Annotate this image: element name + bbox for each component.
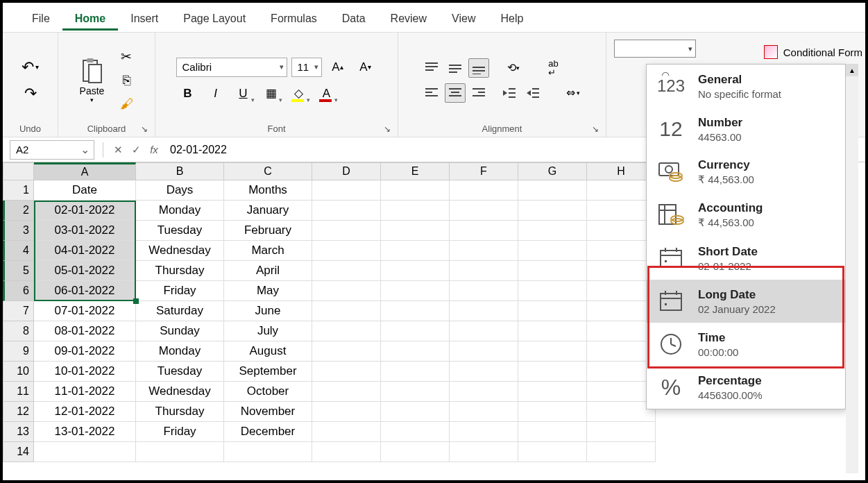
cell-C4[interactable]: March — [224, 241, 312, 261]
wrap-text-button[interactable]: ab↵ — [543, 58, 564, 78]
font-color-button[interactable]: A — [315, 83, 339, 104]
cell-B5[interactable]: Thursday — [136, 261, 224, 281]
align-middle-button[interactable] — [445, 58, 466, 78]
menu-review[interactable]: Review — [378, 7, 439, 31]
menu-page-layout[interactable]: Page Layout — [171, 7, 258, 31]
format-option-long-date[interactable]: Long Date02 January 2022 — [647, 280, 845, 323]
cell-B8[interactable]: Sunday — [136, 321, 224, 341]
row-header-2[interactable]: 2 — [3, 201, 34, 221]
column-header-G[interactable]: G — [518, 162, 587, 180]
merge-button[interactable]: ⇔▾ — [563, 83, 584, 103]
cell-E5[interactable] — [381, 261, 450, 281]
cell-F8[interactable] — [450, 321, 518, 341]
grow-font-button[interactable]: A▴ — [326, 57, 350, 78]
cell-B6[interactable]: Friday — [136, 281, 224, 301]
cell-E4[interactable] — [381, 241, 450, 261]
align-center-button[interactable] — [445, 83, 466, 103]
cell-B14[interactable] — [136, 442, 224, 462]
column-header-C[interactable]: C — [224, 162, 312, 180]
cell-B11[interactable]: Wednesday — [136, 382, 224, 402]
cancel-formula-button[interactable]: ✕ — [109, 141, 127, 159]
cell-A13[interactable]: 13-01-2022 — [34, 422, 136, 442]
cell-G12[interactable] — [518, 402, 587, 422]
row-header-10[interactable]: 10 — [3, 362, 34, 382]
cell-B12[interactable]: Thursday — [136, 402, 224, 422]
menu-view[interactable]: View — [439, 7, 488, 31]
format-option-accounting[interactable]: Accounting₹ 44,563.00 — [647, 194, 845, 237]
cell-A5[interactable]: 05-01-2022 — [34, 261, 136, 281]
cell-E11[interactable] — [381, 382, 450, 402]
column-header-E[interactable]: E — [381, 162, 450, 180]
cell-A14[interactable] — [34, 442, 136, 462]
cell-C8[interactable]: July — [224, 321, 312, 341]
cell-E7[interactable] — [381, 301, 450, 321]
accept-formula-button[interactable]: ✓ — [127, 141, 145, 159]
cell-A4[interactable]: 04-01-2022 — [34, 241, 136, 261]
cell-B9[interactable]: Monday — [136, 341, 224, 362]
format-option-short-date[interactable]: Short Date02-01-2022 — [647, 237, 845, 280]
shrink-font-button[interactable]: A▾ — [354, 57, 377, 78]
indent-increase-button[interactable] — [522, 83, 543, 103]
cell-D12[interactable] — [312, 402, 381, 422]
select-all-corner[interactable] — [3, 162, 34, 180]
cut-button[interactable]: ✂ — [117, 47, 136, 67]
align-bottom-button[interactable] — [468, 58, 489, 78]
row-header-3[interactable]: 3 — [3, 221, 34, 241]
cell-D2[interactable] — [312, 201, 381, 221]
row-header-1[interactable]: 1 — [3, 180, 34, 201]
cell-F13[interactable] — [450, 422, 518, 442]
cell-G3[interactable] — [518, 221, 587, 241]
cell-E10[interactable] — [381, 362, 450, 382]
cell-G11[interactable] — [518, 382, 587, 402]
row-header-6[interactable]: 6 — [3, 281, 34, 301]
cell-E2[interactable] — [381, 201, 450, 221]
indent-decrease-button[interactable] — [499, 83, 520, 103]
format-option-general[interactable]: ◠123GeneralNo specific format — [647, 65, 845, 108]
column-header-A[interactable]: A — [34, 162, 136, 180]
cell-A2[interactable]: 02-01-2022 — [34, 201, 136, 221]
format-option-number[interactable]: 12Number44563.00 — [647, 108, 845, 151]
cell-G10[interactable] — [518, 362, 587, 382]
dropdown-scroll-up[interactable]: ▲ — [846, 64, 858, 76]
menu-formulas[interactable]: Formulas — [258, 7, 330, 31]
cell-G5[interactable] — [518, 261, 587, 281]
cell-A12[interactable]: 12-01-2022 — [34, 402, 136, 422]
format-option-currency[interactable]: Currency₹ 44,563.00 — [647, 151, 845, 194]
cell-D8[interactable] — [312, 321, 381, 341]
cell-F7[interactable] — [450, 301, 518, 321]
cell-G1[interactable] — [518, 180, 587, 201]
cell-E3[interactable] — [381, 221, 450, 241]
cell-C2[interactable]: January — [224, 201, 312, 221]
cell-A8[interactable]: 08-01-2022 — [34, 321, 136, 341]
cell-D4[interactable] — [312, 241, 381, 261]
cell-A7[interactable]: 07-01-2022 — [34, 301, 136, 321]
italic-button[interactable]: I — [204, 83, 228, 104]
cell-E9[interactable] — [381, 341, 450, 362]
font-name-combo[interactable]: Calibri — [176, 58, 287, 77]
row-header-12[interactable]: 12 — [3, 402, 34, 422]
clipboard-launcher[interactable]: ↘ — [141, 124, 148, 134]
conditional-formatting-button[interactable]: Conditional Form — [761, 41, 865, 63]
cell-C1[interactable]: Months — [224, 180, 312, 201]
align-right-button[interactable] — [468, 83, 489, 103]
cell-C10[interactable]: September — [224, 362, 312, 382]
cell-A3[interactable]: 03-01-2022 — [34, 221, 136, 241]
orientation-button[interactable]: ⟲▾ — [503, 58, 524, 78]
cell-G6[interactable] — [518, 281, 587, 301]
menu-help[interactable]: Help — [488, 7, 536, 31]
menu-home[interactable]: Home — [62, 7, 118, 31]
cell-A10[interactable]: 10-01-2022 — [34, 362, 136, 382]
cell-D9[interactable] — [312, 341, 381, 362]
cell-D10[interactable] — [312, 362, 381, 382]
cell-D13[interactable] — [312, 422, 381, 442]
cell-F2[interactable] — [450, 201, 518, 221]
row-header-5[interactable]: 5 — [3, 261, 34, 281]
cell-G2[interactable] — [518, 201, 587, 221]
cell-B1[interactable]: Days — [136, 180, 224, 201]
row-header-13[interactable]: 13 — [3, 422, 34, 442]
cell-D5[interactable] — [312, 261, 381, 281]
row-header-14[interactable]: 14 — [3, 442, 34, 462]
column-header-F[interactable]: F — [450, 162, 518, 180]
font-size-combo[interactable]: 11 — [291, 58, 322, 77]
cell-F12[interactable] — [450, 402, 518, 422]
